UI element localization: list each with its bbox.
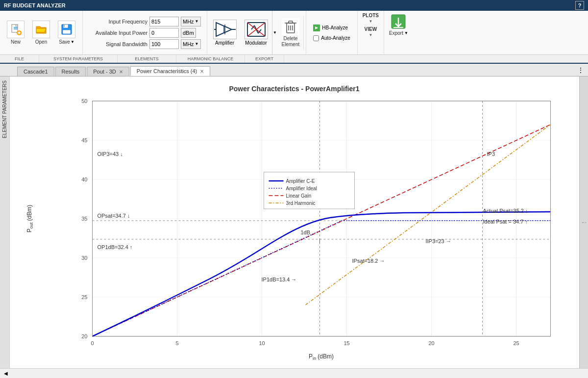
tab-pout-3d[interactable]: Pout - 3D ✕: [87, 67, 129, 76]
ribbon-labels: FILE SYSTEM PARAMETERS ELEMENTS HARMONIC…: [0, 55, 588, 64]
left-panel-label: ELEMENT PARAMETERS: [2, 80, 7, 138]
svg-text:IP3: IP3: [487, 151, 495, 157]
svg-rect-1: [16, 25, 18, 26]
tabs-more-button[interactable]: ⋮: [573, 65, 588, 76]
tabs-bar: Cascade1 Results Pout - 3D ✕ Power Chara…: [0, 64, 588, 76]
svg-text:3rd Harmonic: 3rd Harmonic: [286, 201, 316, 206]
chart-area: Power Characteristcs - PowerAmplifier1: [10, 76, 579, 368]
svg-rect-24: [289, 21, 293, 23]
plots-button[interactable]: PLOTS ▼: [363, 13, 379, 24]
auto-analyze-label: Auto-Analyze: [321, 35, 350, 41]
svg-text:20: 20: [428, 340, 434, 346]
modulator-button[interactable]: Modulator: [241, 18, 272, 48]
file-section: New Open Save ▼: [0, 11, 83, 54]
chart-title: Power Characteristcs - PowerAmplifier1: [229, 85, 359, 93]
open-label: Open: [35, 39, 47, 45]
bottombar: ◀: [0, 368, 588, 378]
svg-text:IP1dB=13.4 →: IP1dB=13.4 →: [262, 277, 297, 282]
new-button[interactable]: New: [4, 19, 27, 47]
ribbon-file[interactable]: FILE: [0, 55, 39, 63]
system-params-section: Input Frequency MHz ▼ Available Input Po…: [83, 11, 207, 54]
available-power-input[interactable]: [149, 28, 179, 38]
main-area: ELEMENT PARAMETERS Power Characteristcs …: [0, 76, 588, 368]
toolbar: New Open Save ▼: [0, 11, 588, 55]
svg-text:Linear Gain: Linear Gain: [286, 193, 312, 199]
right-sidebar-label: ⋮: [581, 220, 587, 225]
signal-bw-input[interactable]: [149, 39, 179, 49]
available-power-unit: dBm: [181, 28, 196, 38]
elements-section: Amplifier Modulator ▼: [207, 11, 307, 54]
svg-text:Pin  (dBm): Pin (dBm): [309, 353, 334, 361]
elements-dropdown-arrow[interactable]: ▼: [272, 11, 278, 54]
harmonic-balance-section: ▶ HB-Analyze Auto-Analyze: [306, 11, 357, 54]
delete-label: DeleteElement: [282, 36, 300, 48]
tab-pout-3d-close[interactable]: ✕: [119, 69, 123, 75]
hb-buttons: ▶ HB-Analyze Auto-Analyze: [310, 24, 353, 42]
svg-rect-9: [64, 25, 65, 27]
available-power-row: Available Input Power dBm: [89, 28, 201, 38]
titlebar: RF BUDGET ANALYZER ?: [0, 0, 588, 11]
tab-results[interactable]: Results: [55, 67, 86, 76]
svg-text:10: 10: [259, 340, 265, 346]
svg-text:OIP3=43 ↓: OIP3=43 ↓: [98, 151, 123, 157]
signal-bw-row: Signal Bandwidth MHz ▼: [89, 39, 201, 49]
view-button[interactable]: VIEW ▼: [365, 26, 377, 37]
signal-bw-label: Signal Bandwidth: [89, 41, 147, 47]
hb-analyze-label: HB-Analyze: [322, 25, 348, 30]
svg-text:25: 25: [513, 340, 519, 346]
tab-power-characteristics[interactable]: Power Characteristics (4) ✕: [130, 66, 210, 76]
modulator-icon: [245, 20, 268, 39]
amplifier-icon: [213, 20, 237, 39]
svg-text:IIP3=23 →: IIP3=23 →: [426, 238, 451, 244]
available-power-label: Available Input Power: [89, 30, 147, 36]
svg-text:Actual  Psat=35.2 ↓: Actual Psat=35.2 ↓: [483, 208, 528, 214]
delete-element-button[interactable]: DeleteElement: [278, 16, 304, 50]
export-button[interactable]: Export ▼: [384, 11, 413, 54]
left-panel[interactable]: ELEMENT PARAMETERS: [0, 76, 10, 368]
ribbon-export[interactable]: EXPORT: [245, 55, 284, 63]
ribbon-harmonic-balance[interactable]: HARMONIC BALANCE: [176, 55, 245, 63]
tab-cascade1[interactable]: Cascade1: [17, 67, 54, 76]
svg-text:Amplifier C-E: Amplifier C-E: [286, 178, 315, 184]
save-label: Save: [59, 39, 70, 45]
bottom-nav-left[interactable]: ◀: [4, 371, 8, 376]
hb-analyze-icon: ▶: [313, 25, 320, 31]
svg-text:0: 0: [91, 340, 94, 346]
svg-text:OP1dB=32.4 ↑: OP1dB=32.4 ↑: [98, 244, 133, 250]
right-sidebar[interactable]: ⋮: [579, 76, 588, 368]
power-chart: Power Characteristcs - PowerAmplifier1: [10, 76, 579, 368]
new-label: New: [11, 39, 21, 45]
input-freq-label: Input Frequency: [89, 19, 147, 25]
hb-analyze-button[interactable]: ▶ HB-Analyze: [310, 24, 353, 32]
input-freq-input[interactable]: [149, 17, 179, 26]
svg-text:30: 30: [81, 255, 87, 261]
amplifier-label: Amplifier: [215, 40, 234, 46]
open-button[interactable]: Open: [29, 19, 53, 47]
auto-analyze-checkbox[interactable]: [313, 35, 319, 41]
svg-rect-10: [63, 30, 71, 34]
help-button[interactable]: ?: [575, 1, 584, 10]
tab-power-char-close[interactable]: ✕: [200, 69, 204, 74]
amplifier-button[interactable]: Amplifier: [209, 18, 241, 48]
auto-analyze-button[interactable]: Auto-Analyze: [310, 34, 353, 42]
svg-text:IPsat=18.2 →: IPsat=18.2 →: [352, 258, 385, 264]
svg-text:OPsat=34.7 ↓: OPsat=34.7 ↓: [98, 213, 130, 219]
svg-text:15: 15: [343, 340, 349, 346]
ribbon-elements[interactable]: ELEMENTS: [118, 55, 176, 63]
ribbon-system-params[interactable]: SYSTEM PARAMETERS: [39, 55, 118, 63]
svg-text:5: 5: [175, 340, 178, 346]
svg-text:35: 35: [81, 216, 87, 222]
svg-text:20: 20: [81, 333, 87, 339]
save-button[interactable]: Save ▼: [55, 19, 78, 47]
svg-text:50: 50: [81, 98, 87, 104]
signal-bw-unit[interactable]: MHz ▼: [181, 39, 201, 49]
svg-text:45: 45: [81, 137, 87, 143]
delete-icon: [282, 18, 299, 36]
input-freq-row: Input Frequency MHz ▼: [89, 17, 201, 26]
export-label: Export: [389, 30, 403, 36]
svg-text:40: 40: [81, 176, 87, 182]
input-freq-unit[interactable]: MHz ▼: [181, 17, 201, 26]
svg-text:Amplifier Ideal: Amplifier Ideal: [286, 186, 317, 191]
svg-text:1dB: 1dB: [301, 229, 311, 235]
new-icon: [7, 21, 24, 38]
